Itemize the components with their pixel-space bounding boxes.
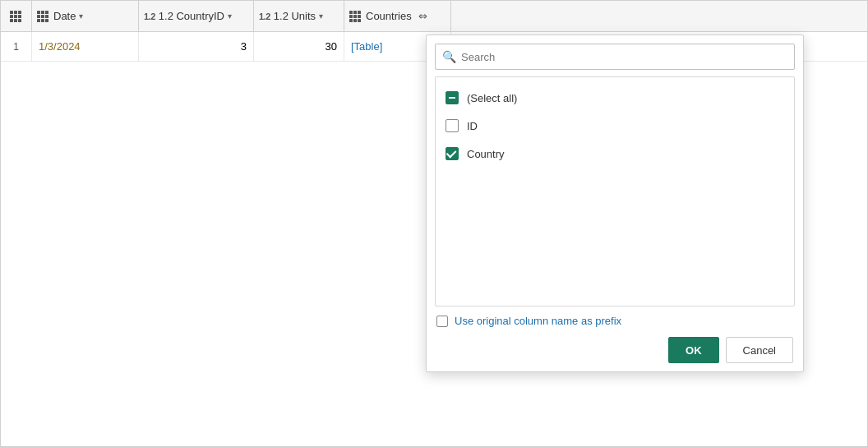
list-item-select-all[interactable]: (Select all) [436,84,794,112]
search-input[interactable] [461,51,787,63]
checkbox-select-all[interactable] [446,91,459,104]
table-header: Date ▾ 1.2 1.2 CountryID ▾ 1.2 1.2 Units… [1,1,867,32]
col-header-date: Date ▾ [32,1,139,31]
checkbox-id[interactable] [446,119,459,132]
col-header-countryid: 1.2 1.2 CountryID ▾ [139,1,254,31]
col-units-dropdown[interactable]: ▾ [319,12,323,21]
buttons-row: OK Cancel [435,337,795,363]
col-countryid-label: 1.2 CountryID [159,10,224,22]
checkbox-country[interactable] [446,147,459,160]
col-date-dropdown[interactable]: ▾ [79,12,83,21]
column-picker-dropdown: 🔍 (Select all) ID Country Use original c… [426,35,804,372]
col-header-rownum [1,1,32,31]
countries-grid-icon [349,11,361,22]
col-countries-label: Countries [366,10,412,22]
date-grid-icon [37,11,48,22]
col-date-label: Date [53,10,76,22]
expand-icon[interactable]: ⇔ [418,10,427,22]
ok-button[interactable]: OK [668,337,719,363]
label-id: ID [467,120,478,132]
countryid-type-icon: 1.2 [144,12,155,21]
search-box[interactable]: 🔍 [435,44,795,70]
cell-units-1: 30 [254,32,344,61]
col-header-countries: Countries ⇔ [344,1,451,31]
label-select-all: (Select all) [467,92,517,104]
cell-countryid-1: 3 [139,32,254,61]
label-country: Country [467,148,505,160]
units-type-icon: 1.2 [259,12,270,21]
col-header-units: 1.2 1.2 Units ▾ [254,1,344,31]
col-units-label: 1.2 Units [274,10,316,22]
cell-rownum-1: 1 [1,32,32,61]
use-prefix-row[interactable]: Use original column name as prefix [435,315,795,327]
columns-list: (Select all) ID Country [435,76,795,306]
search-icon: 🔍 [442,50,456,63]
cancel-button[interactable]: Cancel [726,337,793,363]
col-countryid-dropdown[interactable]: ▾ [228,12,232,21]
prefix-label: Use original column name as prefix [455,315,621,327]
cell-date-1: 1/3/2024 [32,32,139,61]
list-item-country[interactable]: Country [436,140,794,168]
list-item-id[interactable]: ID [436,112,794,140]
prefix-checkbox[interactable] [436,316,448,327]
grid-icon [10,11,21,22]
